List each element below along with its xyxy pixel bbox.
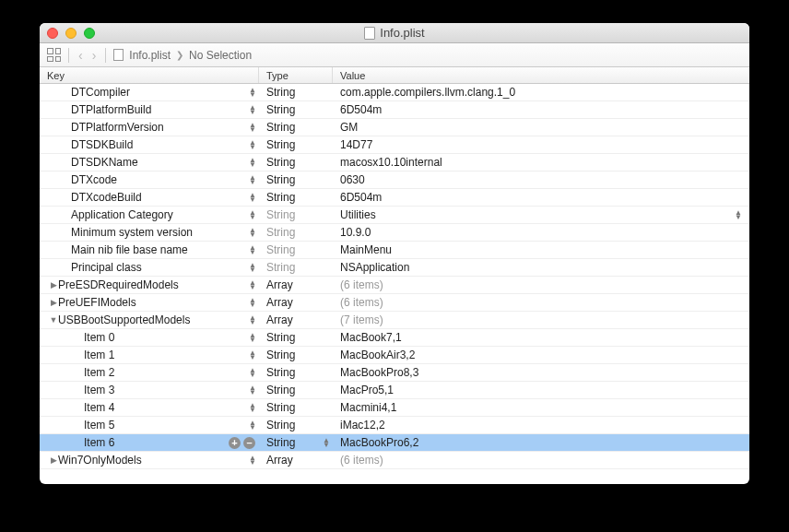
plist-row[interactable]: ▶PreUEFIModels▲▼Array(6 items) (40, 294, 749, 312)
key-cell[interactable]: ▼USBBootSupportedModels▲▼ (40, 313, 259, 326)
value-cell[interactable]: (7 items) (333, 313, 749, 326)
plist-row[interactable]: Item 2▲▼StringMacBookPro8,3 (40, 364, 749, 382)
key-cell[interactable]: Item 4▲▼ (40, 401, 259, 414)
value-stepper-icon[interactable]: ▲▼ (733, 210, 744, 219)
key-stepper-icon[interactable]: ▲▼ (248, 105, 257, 114)
value-cell[interactable]: (6 items) (333, 278, 749, 291)
key-cell[interactable]: Item 0▲▼ (40, 331, 259, 344)
type-cell[interactable]: String (259, 191, 333, 204)
key-stepper-icon[interactable]: ▲▼ (248, 403, 257, 412)
key-stepper-icon[interactable]: ▲▼ (248, 123, 257, 132)
plist-row[interactable]: DTSDKBuild▲▼String14D77 (40, 136, 749, 154)
plist-row[interactable]: ▶PreESDRequiredModels▲▼Array(6 items) (40, 277, 749, 294)
plist-row[interactable]: ▶Win7OnlyModels▲▼Array(6 items) (40, 452, 749, 469)
value-cell[interactable]: (6 items) (333, 296, 749, 309)
key-cell[interactable]: Item 1▲▼ (40, 349, 259, 361)
value-cell[interactable]: (6 items) (333, 454, 749, 467)
plist-row[interactable]: Main nib file base name▲▼StringMainMenu (40, 242, 749, 259)
key-stepper-icon[interactable]: ▲▼ (248, 455, 257, 465)
value-cell[interactable]: 6D504m (333, 103, 749, 116)
type-cell[interactable]: String (259, 384, 333, 396)
breadcrumb-selection[interactable]: No Selection (189, 49, 252, 62)
plist-row[interactable]: Item 0▲▼StringMacBook7,1 (40, 329, 749, 347)
type-cell[interactable]: String (259, 401, 333, 414)
key-stepper-icon[interactable]: ▲▼ (248, 298, 257, 307)
column-header-value[interactable]: Value (333, 67, 749, 83)
key-stepper-icon[interactable]: ▲▼ (248, 158, 257, 167)
value-cell[interactable]: Utilities▲▼ (333, 208, 749, 221)
key-cell[interactable]: Application Category▲▼ (40, 208, 259, 221)
type-cell[interactable]: String▲▼ (259, 436, 333, 449)
key-cell[interactable]: Item 6+– (40, 436, 259, 449)
key-stepper-icon[interactable]: ▲▼ (248, 88, 257, 97)
zoom-button[interactable] (84, 28, 95, 39)
key-cell[interactable]: Item 3▲▼ (40, 384, 259, 396)
key-cell[interactable]: ▶PreUEFIModels▲▼ (40, 296, 259, 309)
key-stepper-icon[interactable]: ▲▼ (248, 333, 257, 342)
key-cell[interactable]: ▶Win7OnlyModels▲▼ (40, 454, 259, 467)
value-cell[interactable]: MainMenu (333, 243, 749, 256)
type-cell[interactable]: Array (259, 296, 333, 309)
value-cell[interactable]: MacBookPro8,3 (333, 366, 749, 379)
value-cell[interactable]: 6D504m (333, 191, 749, 204)
type-cell[interactable]: String (259, 138, 333, 151)
value-cell[interactable]: 14D77 (333, 138, 749, 151)
value-cell[interactable]: MacBookAir3,2 (333, 349, 749, 361)
key-cell[interactable]: Main nib file base name▲▼ (40, 243, 259, 256)
value-cell[interactable]: macosx10.10internal (333, 156, 749, 169)
key-cell[interactable]: ▶PreESDRequiredModels▲▼ (40, 278, 259, 291)
add-row-button[interactable]: + (229, 437, 241, 449)
value-cell[interactable]: MacBookPro6,2 (333, 436, 749, 449)
key-stepper-icon[interactable]: ▲▼ (248, 140, 257, 149)
key-stepper-icon[interactable]: ▲▼ (248, 228, 257, 237)
type-cell[interactable]: String (259, 156, 333, 169)
key-cell[interactable]: Item 2▲▼ (40, 366, 259, 379)
remove-row-button[interactable]: – (243, 437, 255, 449)
value-cell[interactable]: Macmini4,1 (333, 401, 749, 414)
plist-row[interactable]: Minimum system version▲▼String10.9.0 (40, 224, 749, 242)
plist-row[interactable]: ▼USBBootSupportedModels▲▼Array(7 items) (40, 312, 749, 329)
plist-row[interactable]: Item 5▲▼StringiMac12,2 (40, 417, 749, 434)
type-cell[interactable]: String (259, 419, 333, 432)
type-cell[interactable]: Array (259, 313, 333, 326)
key-cell[interactable]: DTXcodeBuild▲▼ (40, 191, 259, 204)
value-cell[interactable]: com.apple.compilers.llvm.clang.1_0 (333, 86, 749, 99)
value-cell[interactable]: 0630 (333, 173, 749, 186)
type-cell[interactable]: String (259, 366, 333, 379)
plist-row[interactable]: DTCompiler▲▼Stringcom.apple.compilers.ll… (40, 84, 749, 101)
type-cell[interactable]: String (259, 226, 333, 239)
disclosure-triangle-icon[interactable]: ▶ (49, 298, 58, 307)
key-stepper-icon[interactable]: ▲▼ (248, 420, 257, 430)
plist-row[interactable]: Item 4▲▼StringMacmini4,1 (40, 399, 749, 417)
disclosure-triangle-icon[interactable]: ▼ (49, 315, 58, 325)
key-stepper-icon[interactable]: ▲▼ (248, 175, 257, 184)
type-cell[interactable]: String (259, 173, 333, 186)
key-cell[interactable]: DTXcode▲▼ (40, 173, 259, 186)
column-header-key[interactable]: Key (40, 67, 259, 83)
key-stepper-icon[interactable]: ▲▼ (248, 263, 257, 272)
nav-back-button[interactable]: ‹ (77, 48, 85, 63)
close-button[interactable] (47, 28, 58, 39)
column-header-type[interactable]: Type (259, 67, 333, 83)
type-cell[interactable]: String (259, 121, 333, 134)
key-stepper-icon[interactable]: ▲▼ (248, 315, 257, 325)
key-cell[interactable]: Principal class▲▼ (40, 261, 259, 274)
key-cell[interactable]: Minimum system version▲▼ (40, 226, 259, 239)
type-stepper-icon[interactable]: ▲▼ (322, 438, 331, 447)
plist-row[interactable]: DTPlatformVersion▲▼StringGM (40, 119, 749, 136)
plist-row[interactable]: Application Category▲▼StringUtilities▲▼ (40, 207, 749, 224)
key-stepper-icon[interactable]: ▲▼ (248, 280, 257, 290)
plist-row[interactable]: Item 3▲▼StringMacPro5,1 (40, 382, 749, 399)
plist-row[interactable]: Item 6+–String▲▼MacBookPro6,2 (40, 434, 749, 452)
plist-row[interactable]: Principal class▲▼StringNSApplication (40, 259, 749, 277)
nav-forward-button[interactable]: › (90, 48, 99, 63)
type-cell[interactable]: String (259, 208, 333, 221)
type-cell[interactable]: Array (259, 454, 333, 467)
minimize-button[interactable] (65, 28, 77, 39)
related-items-icon[interactable] (47, 48, 61, 62)
key-stepper-icon[interactable]: ▲▼ (248, 385, 257, 395)
plist-row[interactable]: DTXcodeBuild▲▼String6D504m (40, 189, 749, 207)
key-stepper-icon[interactable]: ▲▼ (248, 193, 257, 202)
disclosure-triangle-icon[interactable]: ▶ (49, 455, 58, 465)
plist-row[interactable]: Item 1▲▼StringMacBookAir3,2 (40, 347, 749, 364)
